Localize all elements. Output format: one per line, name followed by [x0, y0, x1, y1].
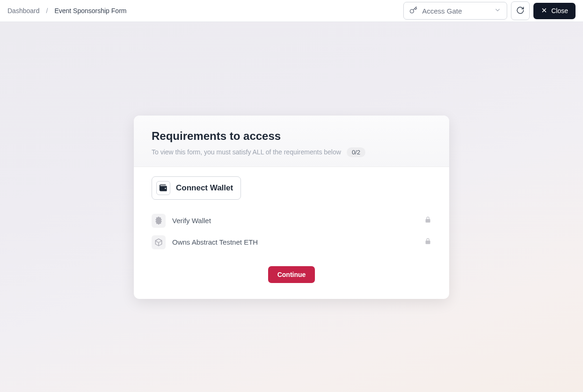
requirement-label: Verify Wallet [172, 217, 418, 225]
close-label: Close [551, 7, 568, 15]
breadcrumb-separator: / [46, 7, 48, 15]
card-subtitle-row: To view this form, you must satisfy ALL … [152, 147, 431, 157]
card-subtitle: To view this form, you must satisfy ALL … [152, 148, 341, 156]
continue-button[interactable]: Continue [268, 266, 315, 283]
chevron-down-icon [494, 7, 501, 15]
lock-icon [424, 238, 431, 247]
card-body: Connect Wallet Verify Wallet Owns [134, 167, 449, 299]
requirement-label: Owns Abstract Testnet ETH [172, 238, 418, 246]
connect-wallet-label: Connect Wallet [176, 183, 233, 193]
close-icon [541, 7, 547, 15]
lock-icon [424, 216, 431, 225]
refresh-button[interactable] [511, 1, 530, 20]
main-area: Requirements to access To view this form… [0, 22, 583, 392]
card-title: Requirements to access [152, 130, 431, 143]
cube-icon [152, 235, 166, 249]
close-button[interactable]: Close [533, 3, 576, 19]
progress-badge: 0/2 [347, 147, 365, 157]
refresh-icon [516, 6, 525, 16]
verify-badge-icon [152, 214, 166, 228]
header-actions: Access Gate Close [403, 1, 576, 20]
requirement-item: Owns Abstract Testnet ETH [152, 232, 431, 253]
page-header: Dashboard / Event Sponsorship Form Acces… [0, 0, 583, 22]
access-gate-dropdown[interactable]: Access Gate [403, 2, 507, 20]
requirements-card: Requirements to access To view this form… [134, 116, 449, 299]
connect-wallet-button[interactable]: Connect Wallet [152, 176, 241, 200]
breadcrumb-current: Event Sponsorship Form [54, 7, 126, 15]
wallet-icon [156, 181, 170, 195]
dropdown-label: Access Gate [422, 7, 489, 15]
requirement-list: Verify Wallet Owns Abstract Testnet ETH [152, 210, 431, 253]
requirement-item: Verify Wallet [152, 210, 431, 232]
breadcrumb-dashboard-link[interactable]: Dashboard [7, 7, 40, 15]
key-icon [409, 6, 417, 15]
breadcrumb: Dashboard / Event Sponsorship Form [7, 7, 126, 15]
card-header: Requirements to access To view this form… [134, 116, 449, 167]
